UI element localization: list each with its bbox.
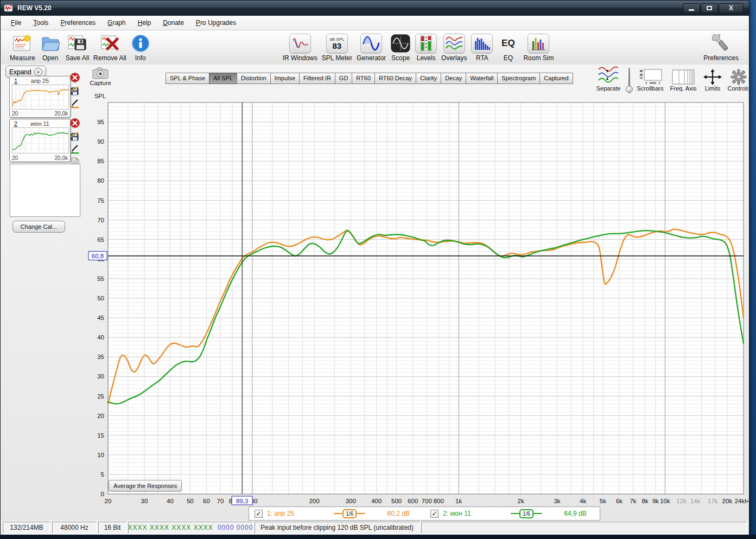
ir-windows-icon	[291, 36, 309, 51]
preferences-button[interactable]: Preferences	[701, 32, 741, 62]
rta-label: RTA	[476, 54, 488, 62]
tab-rt60[interactable]: RT60	[352, 73, 375, 84]
remove-all-icon	[99, 34, 120, 53]
trace-1-checkbox[interactable]: ✓	[255, 510, 263, 518]
svg-text:800: 800	[434, 498, 444, 504]
spl-chart: 0510152025303540455055606570758085909520…	[88, 100, 748, 508]
save-all-button[interactable]: Save All	[63, 32, 91, 62]
trace-color-measurement-2-icon[interactable]	[69, 144, 80, 154]
info-icon	[131, 34, 150, 53]
tab-distortion[interactable]: Distortion	[237, 73, 270, 84]
tab-rt60-decay[interactable]: RT60 Decay	[374, 73, 416, 84]
trace-2-label: 2: июн 11	[443, 510, 471, 517]
separate-button[interactable]: Separate	[593, 66, 624, 92]
menu-preferences[interactable]: Preferences	[60, 19, 96, 27]
measurement-1-actions	[69, 72, 80, 108]
remove-measurement-1-icon[interactable]	[69, 72, 80, 82]
title-bar: REW V5.20 X	[1, 1, 749, 16]
overlays-button[interactable]: Overlays	[439, 32, 469, 62]
tab-gd[interactable]: GD	[335, 73, 353, 84]
eq-button[interactable]: EQ EQ	[495, 32, 521, 62]
tab-decay[interactable]: Decay	[441, 73, 466, 84]
svg-text:0: 0	[101, 491, 104, 497]
svg-text:80: 80	[97, 177, 104, 184]
svg-text:6k: 6k	[616, 498, 622, 504]
minimize-button[interactable]	[683, 3, 700, 14]
menu-help[interactable]: Help	[137, 19, 151, 27]
trace-color-measurement-1-icon[interactable]	[69, 98, 80, 108]
svg-text:4k: 4k	[580, 498, 586, 504]
room-sim-button[interactable]: Room Sim	[521, 32, 556, 62]
remove-all-button[interactable]: Remove All	[91, 32, 129, 62]
svg-text:50: 50	[187, 498, 194, 504]
taskbar-edge	[0, 535, 756, 539]
svg-text:65: 65	[97, 236, 104, 243]
scrollbars-button[interactable]: Scrollbars	[633, 69, 667, 92]
measurement-card-1[interactable]: 1 апр 25 20 20,0k	[9, 76, 71, 118]
menu-bar: File Tools Preferences Graph Help Donate…	[1, 16, 748, 30]
open-button[interactable]: Open	[37, 32, 63, 62]
close-icon: X	[729, 4, 733, 12]
average-responses-button[interactable]: Average the Responses	[109, 480, 182, 491]
svg-text:400: 400	[371, 498, 382, 504]
menu-donate[interactable]: Donate	[163, 19, 184, 27]
separate-slider[interactable]	[626, 68, 632, 93]
spl-meter-button[interactable]: dB SPL 83 SPL Meter	[320, 32, 354, 62]
menu-file[interactable]: File	[11, 19, 21, 27]
menu-tools[interactable]: Tools	[33, 19, 48, 27]
change-cal-button[interactable]: Change Cal...	[12, 221, 65, 233]
svg-text:500: 500	[391, 498, 402, 504]
capture-button[interactable]: Capture	[87, 67, 114, 86]
maximize-button[interactable]	[701, 3, 718, 14]
slider-knob[interactable]	[626, 86, 633, 93]
headroom-status: Peak input before clipping 120 dB SPL (u…	[255, 522, 420, 534]
status-filler	[421, 522, 747, 534]
bit-depth-status: 16 Bit	[98, 522, 126, 534]
tab-impulse[interactable]: Impulse	[270, 73, 300, 84]
trace-2-smoothing[interactable]: 1/6	[511, 509, 542, 518]
scope-label: Scope	[391, 54, 410, 62]
scope-icon	[390, 34, 411, 53]
trace-1-smoothing[interactable]: 1/6	[334, 509, 365, 518]
levels-button[interactable]: Levels	[413, 32, 439, 62]
trace-2-checkbox[interactable]: ✓	[430, 510, 439, 518]
svg-text:15: 15	[97, 432, 104, 439]
svg-text:5k: 5k	[600, 498, 606, 504]
sample-rate-status: 48000 Hz	[52, 522, 97, 534]
open-icon	[40, 34, 61, 53]
spl-chart-svg[interactable]: 0510152025303540455055606570758085909520…	[88, 100, 748, 508]
scope-button[interactable]: Scope	[388, 32, 413, 62]
memory-status: 132/214MB	[3, 522, 50, 534]
rta-button[interactable]: RTA	[469, 32, 495, 62]
menu-graph[interactable]: Graph	[107, 19, 125, 27]
measure-button[interactable]: Measure	[8, 32, 37, 62]
svg-text:17k: 17k	[708, 498, 718, 504]
close-button[interactable]: X	[719, 3, 744, 14]
remove-all-label: Remove All	[93, 54, 126, 62]
measurement-2-thumbnail	[12, 127, 69, 153]
save-measurement-2-icon[interactable]	[69, 131, 80, 141]
tab-spl-phase[interactable]: SPL & Phase	[166, 73, 209, 84]
minimize-icon	[689, 9, 694, 11]
svg-text:3k: 3k	[554, 498, 560, 504]
generator-icon	[362, 35, 380, 52]
notes-box[interactable]	[10, 164, 80, 217]
controls-button[interactable]: Controls	[725, 69, 748, 92]
svg-text:2k: 2k	[518, 498, 524, 504]
menu-pro-upgrades[interactable]: Pro Upgrades	[196, 19, 236, 27]
save-measurement-1-icon[interactable]	[69, 85, 80, 95]
tab-filtered-ir[interactable]: Filtered IR	[299, 73, 335, 84]
tab-all-spl[interactable]: All SPL	[209, 73, 237, 84]
svg-text:5: 5	[101, 471, 104, 478]
tab-clarity[interactable]: Clarity	[416, 73, 441, 84]
tab-waterfall[interactable]: Waterfall	[466, 73, 498, 84]
tab-spectrogram[interactable]: Spectrogram	[497, 73, 540, 84]
tab-captured[interactable]: Captured	[539, 73, 573, 84]
generator-button[interactable]: Generator	[354, 32, 388, 62]
remove-measurement-2-icon[interactable]	[69, 118, 80, 128]
ir-windows-button[interactable]: IR Windows	[281, 32, 320, 62]
info-button[interactable]: Info	[129, 32, 153, 62]
measurement-card-2[interactable]: 2 июн 11 20 20,0k	[9, 119, 71, 162]
limits-button[interactable]: Limits	[701, 69, 725, 92]
freq-axis-button[interactable]: Freq. Axis	[668, 69, 699, 92]
